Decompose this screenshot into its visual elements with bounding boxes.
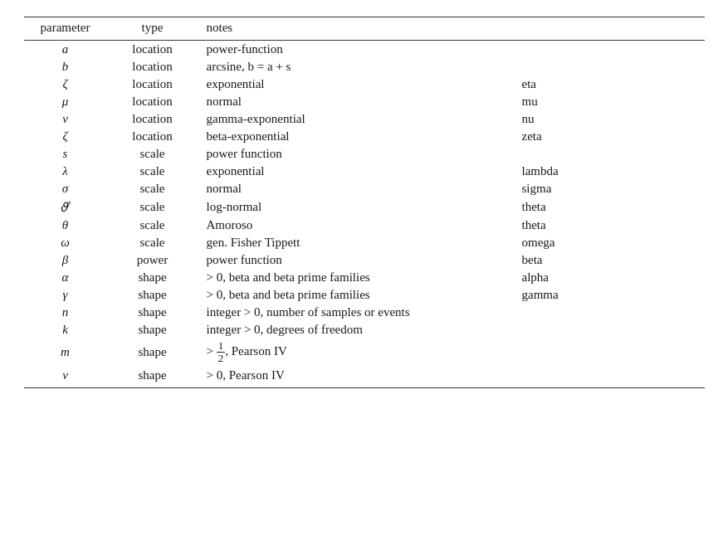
header-notes: notes xyxy=(198,17,514,41)
cell-param: k xyxy=(24,321,107,338)
cell-notes: log-normal xyxy=(198,197,514,217)
table-row: ζlocationbeta-exponentialzeta xyxy=(24,128,705,145)
cell-notes: > 0, Pearson IV xyxy=(198,367,514,388)
cell-greek: beta xyxy=(514,251,705,269)
cell-param: ν xyxy=(24,110,107,128)
cell-param: a xyxy=(24,41,107,59)
cell-notes: exponential xyxy=(198,163,514,180)
cell-greek xyxy=(514,321,705,338)
cell-notes: gamma-exponential xyxy=(198,110,514,128)
cell-greek: zeta xyxy=(514,128,705,145)
cell-notes: power-function xyxy=(198,41,514,59)
header-type: type xyxy=(107,17,198,41)
cell-param: γ xyxy=(24,286,107,304)
cell-param: ϑ† xyxy=(24,197,107,217)
cell-greek xyxy=(514,58,705,75)
cell-param: ν xyxy=(24,367,107,388)
cell-greek: alpha xyxy=(514,269,705,286)
header-greek xyxy=(514,17,705,41)
table-row: γshape> 0, beta and beta prime familiesg… xyxy=(24,286,705,304)
parameter-table-container: parameter type notes alocationpower-func… xyxy=(24,17,705,388)
cell-type: shape xyxy=(107,338,198,367)
cell-greek: eta xyxy=(514,75,705,93)
cell-greek: mu xyxy=(514,93,705,110)
cell-param: β xyxy=(24,251,107,269)
cell-notes: normal xyxy=(198,93,514,110)
cell-type: location xyxy=(107,93,198,110)
cell-notes: gen. Fisher Tippett xyxy=(198,234,514,251)
cell-greek: gamma xyxy=(514,286,705,304)
cell-greek xyxy=(514,145,705,163)
cell-greek: nu xyxy=(514,110,705,128)
cell-param: s xyxy=(24,145,107,163)
table-row: λscaleexponentiallambda xyxy=(24,163,705,180)
table-row: alocationpower-function xyxy=(24,41,705,59)
cell-notes: > 0, beta and beta prime families xyxy=(198,286,514,304)
cell-type: scale xyxy=(107,180,198,197)
table-row: ϑ†scalelog-normaltheta xyxy=(24,197,705,217)
cell-param: m xyxy=(24,338,107,367)
cell-greek: omega xyxy=(514,234,705,251)
cell-greek xyxy=(514,338,705,367)
cell-greek: theta xyxy=(514,217,705,234)
cell-type: location xyxy=(107,41,198,59)
cell-type: shape xyxy=(107,304,198,321)
cell-type: shape xyxy=(107,286,198,304)
cell-type: scale xyxy=(107,197,198,217)
cell-param: μ xyxy=(24,93,107,110)
cell-type: scale xyxy=(107,163,198,180)
table-row: αshape> 0, beta and beta prime familiesa… xyxy=(24,269,705,286)
cell-type: shape xyxy=(107,321,198,338)
cell-param: b xyxy=(24,58,107,75)
cell-notes: normal xyxy=(198,180,514,197)
cell-greek: theta xyxy=(514,197,705,217)
cell-param: ζ xyxy=(24,75,107,93)
cell-type: scale xyxy=(107,234,198,251)
table-row: nshapeinteger > 0, number of samples or … xyxy=(24,304,705,321)
table-row: νlocationgamma-exponentialnu xyxy=(24,110,705,128)
cell-param: θ xyxy=(24,217,107,234)
cell-param: ω xyxy=(24,234,107,251)
table-row: θscaleAmorosotheta xyxy=(24,217,705,234)
table-row: μlocationnormalmu xyxy=(24,93,705,110)
cell-param: α xyxy=(24,269,107,286)
cell-notes: > 12, Pearson IV xyxy=(198,338,514,367)
cell-notes: beta-exponential xyxy=(198,128,514,145)
cell-notes: power function xyxy=(198,145,514,163)
cell-type: scale xyxy=(107,217,198,234)
table-row: mshape> 12, Pearson IV xyxy=(24,338,705,367)
header-parameter: parameter xyxy=(24,17,107,41)
cell-type: location xyxy=(107,75,198,93)
table-row: νshape> 0, Pearson IV xyxy=(24,367,705,388)
parameter-table: parameter type notes alocationpower-func… xyxy=(24,17,705,388)
cell-greek xyxy=(514,41,705,59)
table-row: βpowerpower functionbeta xyxy=(24,251,705,269)
table-row: ωscalegen. Fisher Tippettomega xyxy=(24,234,705,251)
cell-greek xyxy=(514,367,705,388)
cell-notes: Amoroso xyxy=(198,217,514,234)
cell-notes: integer > 0, number of samples or events xyxy=(198,304,514,321)
cell-param: ζ xyxy=(24,128,107,145)
cell-notes: arcsine, b = a + s xyxy=(198,58,514,75)
table-row: ζlocationexponentialeta xyxy=(24,75,705,93)
cell-greek: sigma xyxy=(514,180,705,197)
table-header-row: parameter type notes xyxy=(24,17,705,41)
table-row: sscalepower function xyxy=(24,145,705,163)
cell-param: λ xyxy=(24,163,107,180)
cell-type: shape xyxy=(107,367,198,388)
cell-type: power xyxy=(107,251,198,269)
cell-type: scale xyxy=(107,145,198,163)
cell-notes: > 0, beta and beta prime families xyxy=(198,269,514,286)
cell-type: location xyxy=(107,128,198,145)
cell-type: location xyxy=(107,58,198,75)
cell-notes: power function xyxy=(198,251,514,269)
cell-param: n xyxy=(24,304,107,321)
cell-greek xyxy=(514,304,705,321)
table-row: blocationarcsine, b = a + s xyxy=(24,58,705,75)
cell-greek: lambda xyxy=(514,163,705,180)
cell-notes: integer > 0, degrees of freedom xyxy=(198,321,514,338)
cell-type: shape xyxy=(107,269,198,286)
table-row: kshapeinteger > 0, degrees of freedom xyxy=(24,321,705,338)
table-row: σscalenormalsigma xyxy=(24,180,705,197)
cell-param: σ xyxy=(24,180,107,197)
